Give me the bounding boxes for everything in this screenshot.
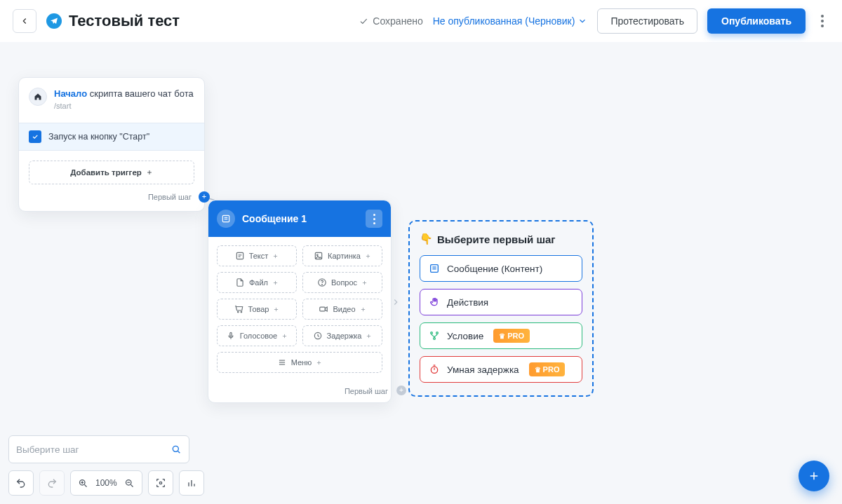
pick-actions-option[interactable]: Действия [420,289,582,315]
kebab-icon [373,214,375,224]
content-menu-chip[interactable]: Меню [217,352,382,373]
menu-icon [277,357,287,367]
back-button[interactable] [13,9,36,33]
svg-line-58 [131,484,133,486]
chart-icon [186,477,197,489]
undo-icon [15,477,27,489]
port-handle[interactable]: + [199,191,210,203]
zoom-level: 100% [95,478,117,488]
svg-line-51 [178,451,180,454]
check-icon [359,16,368,26]
saved-label: Сохранено [373,15,422,27]
publish-button[interactable]: Опубликовать [707,8,806,34]
home-icon [29,88,47,106]
start-header: Начало скрипта вашего чат бота /start [29,88,194,110]
image-icon [314,251,323,261]
content-file-chip[interactable]: Файл [217,272,297,293]
svg-line-20 [235,306,236,307]
content-voice-chip[interactable]: Голосовое [217,325,297,346]
redo-button[interactable] [39,470,65,496]
plus-icon [360,306,366,313]
message-node[interactable]: Сообщение 1 Текст Картинка Фай [208,200,392,403]
start-title: Начало скрипта вашего чат бота [54,88,194,100]
pick-smart-delay-option[interactable]: Умная задержка PRO [420,356,582,383]
flow-canvas[interactable]: Начало скрипта вашего чат бота /start За… [0,42,842,504]
svg-point-46 [434,338,436,340]
svg-line-55 [84,484,86,486]
video-icon [319,304,328,314]
plus-icon [361,280,368,286]
mic-icon [226,331,236,341]
start-node[interactable]: Начало скрипта вашего чат бота /start За… [18,77,205,212]
message-icon [429,263,440,274]
svg-point-17 [322,285,323,285]
plus-icon [316,360,322,366]
publish-state-label: Не опубликованная (Черновик) [433,15,575,27]
test-button[interactable]: Протестировать [597,8,697,34]
zoom-out-icon[interactable] [124,478,135,489]
zoom-control[interactable]: 100% [70,470,142,496]
message-body: Текст Картинка Файл Вопрос [208,237,391,381]
step-search[interactable] [8,435,189,463]
plus-icon [273,306,279,313]
stats-button[interactable] [179,470,204,496]
topbar-more-button[interactable] [815,15,829,27]
chevron-left-icon [20,16,29,26]
saved-indicator: Сохранено [359,15,422,27]
message-port: Первый шаг + [208,381,391,402]
add-node-fab[interactable] [798,461,829,491]
add-trigger-button[interactable]: Добавить триггер [29,161,194,184]
svg-marker-26 [326,307,328,311]
first-step-picker: 👇 Выберите первый шаг Сообщение (Контент… [408,220,594,397]
step-search-input[interactable] [16,444,171,455]
trigger-label: Запуск на кнопку "Старт" [48,132,149,142]
svg-point-45 [436,332,439,334]
telegram-icon [46,13,62,29]
page-title: Тестовый тест [69,12,180,30]
clock-icon [313,331,323,341]
svg-point-21 [237,311,239,313]
svg-point-50 [173,446,178,451]
svg-point-59 [159,482,161,484]
content-text-chip[interactable]: Текст [217,245,297,266]
pick-message-option[interactable]: Сообщение (Контент) [420,255,582,282]
redo-icon [46,477,58,489]
publish-state-dropdown[interactable]: Не опубликованная (Черновик) [433,15,588,27]
content-question-chip[interactable]: Вопрос [302,272,382,293]
plus-icon [366,333,372,339]
fit-view-button[interactable] [148,470,173,496]
text-icon [235,251,245,261]
pick-condition-option[interactable]: Условие PRO [420,322,582,349]
chevron-down-icon [577,16,587,26]
hand-icon [429,297,440,308]
content-video-chip[interactable]: Видео [302,299,382,320]
content-product-chip[interactable]: Товар [217,299,297,320]
plus-icon [808,470,820,482]
start-port: Первый шаг + [29,190,194,207]
title-block: Тестовый тест [46,12,180,30]
bottom-toolbar: 100% [8,470,204,496]
content-delay-chip[interactable]: Задержка [302,325,382,346]
question-icon [317,278,327,287]
cart-icon [234,304,244,314]
branch-icon [429,330,440,341]
pro-badge: PRO [529,362,566,376]
message-header: Сообщение 1 [208,200,391,237]
search-icon [171,444,182,455]
content-image-chip[interactable]: Картинка [302,245,382,266]
start-trigger-row[interactable]: Запуск на кнопку "Старт" [19,123,204,151]
undo-button[interactable] [8,470,34,496]
message-more-button[interactable] [366,210,382,228]
svg-rect-29 [230,332,232,336]
picker-title: 👇 Выберите первый шаг [420,233,582,245]
port-handle[interactable]: + [396,386,406,395]
kebab-icon [821,15,824,27]
svg-point-22 [241,311,242,313]
message-icon [217,210,235,228]
checkbox-checked-icon [29,130,41,143]
file-icon [235,278,245,287]
point-down-icon: 👇 [420,233,433,245]
zoom-in-icon[interactable] [78,478,88,489]
plus-icon [146,169,153,176]
svg-rect-25 [320,307,326,311]
